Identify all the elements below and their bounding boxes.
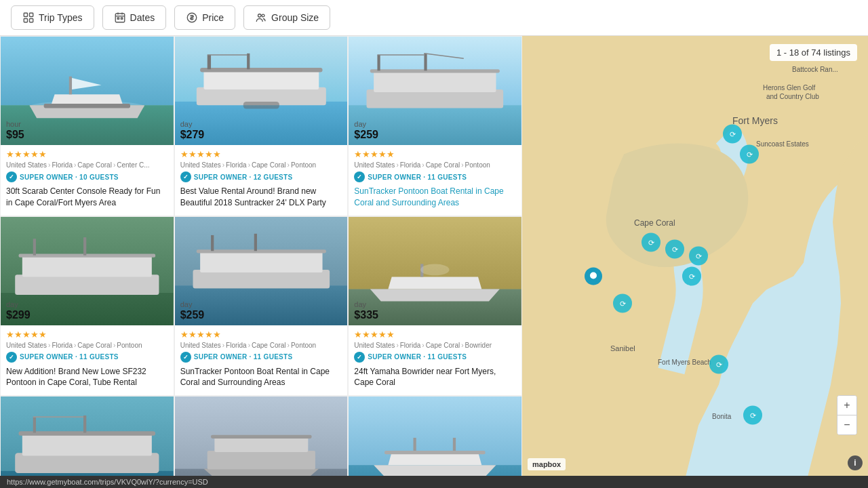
listing-card-9[interactable]: hour $75 ★★★★★ United States›Florida›Cap…: [348, 396, 522, 476]
breadcrumb-5: United States›Florida›Cape Coral›Pontoon: [180, 342, 342, 349]
svg-rect-61: [15, 453, 159, 473]
owner-badge-6: ✓ SUPER OWNER · 11 GUESTS: [354, 352, 516, 363]
stars-4: ★★★★★: [6, 329, 168, 340]
toolbar: Trip Types Dates Price Group Size: [0, 0, 868, 36]
listing-card-4[interactable]: day $299 ★★★★★ United States›Florida›Cap…: [0, 216, 174, 396]
price-overlay-2: day $279: [175, 116, 210, 145]
price-overlay-3: day $259: [349, 116, 384, 145]
listing-card-7[interactable]: day $259 ★★★★★ United States›Florida›Cap…: [0, 396, 174, 476]
svg-text:Herons Glen Golf: Herons Glen Golf: [763, 84, 815, 92]
svg-text:Suncoast Estates: Suncoast Estates: [756, 140, 809, 148]
svg-text:⟳: ⟳: [620, 300, 626, 308]
status-bar: https://www.getmyboat.com/trips/VKVQ0wlY…: [0, 476, 868, 488]
price-button[interactable]: Price: [174, 5, 235, 30]
listing-title-1: 30ft Scarab Center Console Ready for Fun…: [6, 186, 168, 209]
svg-text:Fort Myers: Fort Myers: [732, 115, 778, 126]
listing-info-6: ★★★★★ United States›Florida›Cape Coral›B…: [349, 325, 521, 396]
svg-rect-2: [24, 19, 27, 22]
listing-card-8[interactable]: week $1,750 ★★★★★ United States›Florida›…: [174, 396, 349, 476]
zoom-in-button[interactable]: +: [837, 396, 856, 415]
svg-rect-1: [30, 13, 33, 16]
breadcrumb-4: United States›Florida›Cape Coral›Pontoon: [6, 342, 168, 349]
stars-3: ★★★★★: [354, 149, 516, 159]
trip-types-button[interactable]: Trip Types: [11, 5, 94, 30]
listing-info-1: ★★★★★ United States›Florida›Cape Coral›C…: [1, 145, 174, 216]
listing-card-5[interactable]: day $259 ★★★★★ United States›Florida›Cap…: [174, 216, 349, 396]
svg-rect-65: [83, 415, 86, 432]
dates-button[interactable]: Dates: [102, 5, 167, 30]
price-icon: [186, 12, 198, 24]
svg-marker-75: [374, 465, 496, 476]
group-size-label: Group Size: [271, 12, 319, 23]
svg-rect-79: [384, 451, 486, 454]
svg-text:⟳: ⟳: [648, 239, 654, 247]
svg-text:⟳: ⟳: [672, 245, 678, 253]
zoom-out-button[interactable]: −: [837, 415, 856, 434]
price-overlay-4: day $299: [1, 296, 36, 325]
period-3: day: [354, 120, 378, 128]
svg-text:⟳: ⟳: [696, 252, 702, 260]
main-content: hour $95 ★★★★★ United States›Florida›Cap…: [0, 36, 868, 476]
owner-text-4: SUPER OWNER · 11 GUESTS: [20, 353, 119, 361]
listing-info-4: ★★★★★ United States›Florida›Cape Coral›P…: [1, 325, 174, 396]
listing-card-2[interactable]: day $279 ★★★★★ United States›Florida›Cap…: [174, 36, 349, 216]
svg-text:Fort Myers Beach: Fort Myers Beach: [658, 359, 711, 366]
map-svg: Fort Myers Cape Coral Sanibel Fort Myers…: [522, 36, 868, 476]
svg-rect-29: [243, 102, 279, 109]
owner-icon-4: ✓: [6, 352, 17, 363]
owner-badge-5: ✓ SUPER OWNER · 11 GUESTS: [180, 352, 342, 363]
breadcrumb-1: United States›Florida›Cape Coral›Center …: [6, 161, 168, 169]
svg-rect-25: [200, 68, 322, 72]
svg-marker-55: [370, 289, 500, 301]
listing-title-2: Best Value Rental Around! Brand new Beau…: [180, 186, 342, 209]
svg-rect-63: [19, 432, 156, 436]
svg-rect-3: [30, 19, 33, 22]
svg-rect-45: [83, 237, 86, 256]
svg-text:⟳: ⟳: [747, 150, 753, 159]
owner-badge-3: ✓ SUPER OWNER · 11 GUESTS: [354, 171, 516, 182]
owner-text-5: SUPER OWNER · 11 GUESTS: [194, 353, 293, 361]
owner-icon-6: ✓: [354, 352, 365, 363]
map-info-button[interactable]: i: [848, 455, 863, 470]
svg-point-58: [420, 264, 449, 275]
owner-badge-2: ✓ SUPER OWNER · 12 GUESTS: [180, 171, 342, 182]
svg-rect-34: [370, 69, 500, 73]
group-size-button[interactable]: Group Size: [243, 5, 330, 30]
owner-icon-1: ✓: [6, 171, 17, 182]
svg-text:Cape Coral: Cape Coral: [634, 218, 675, 228]
price-3: $259: [354, 129, 378, 141]
listings-grid: hour $95 ★★★★★ United States›Florida›Cap…: [0, 36, 522, 476]
svg-rect-64: [33, 417, 36, 432]
svg-rect-33: [374, 70, 496, 92]
map-zoom-controls: + −: [837, 395, 857, 435]
svg-point-12: [262, 14, 264, 17]
svg-rect-35: [378, 55, 380, 70]
owner-text-6: SUPER OWNER · 11 GUESTS: [368, 353, 467, 361]
listing-card-1[interactable]: hour $95 ★★★★★ United States›Florida›Cap…: [0, 36, 174, 216]
listing-title-6: 24ft Yamaha Bowrider near Fort Myers, Ca…: [354, 366, 516, 389]
svg-rect-72: [211, 435, 312, 439]
price-overlay-6: day $335: [349, 296, 384, 325]
svg-rect-49: [200, 251, 322, 272]
listing-image-9: [349, 396, 521, 476]
listing-info-2: ★★★★★ United States›Florida›Cape Coral›P…: [175, 145, 348, 216]
map-counter: 1 - 18 of 74 listings: [770, 44, 857, 61]
stars-1: ★★★★★: [6, 149, 168, 159]
svg-rect-26: [207, 55, 210, 69]
map-panel[interactable]: Fort Myers Cape Coral Sanibel Fort Myers…: [522, 36, 868, 476]
trip-types-label: Trip Types: [39, 12, 83, 23]
listing-title-5: SunTracker Pontoon Boat Rental in Cape C…: [180, 366, 342, 389]
owner-badge-1: ✓ SUPER OWNER · 10 GUESTS: [6, 171, 168, 182]
dates-label: Dates: [130, 12, 155, 23]
owner-icon-5: ✓: [180, 352, 191, 363]
price-overlay-5: day $259: [175, 296, 210, 325]
breadcrumb-3: United States›Florida›Cape Coral›Pontoon: [354, 161, 516, 169]
period-6: day: [354, 300, 378, 308]
svg-text:Bonita: Bonita: [712, 413, 732, 420]
listing-card-6[interactable]: day $335 ★★★★★ United States›Florida›Cap…: [348, 216, 522, 396]
listing-image-7: [1, 396, 174, 476]
group-size-icon: [255, 12, 267, 24]
svg-marker-56: [389, 277, 482, 289]
listing-title-4: New Addition! Brand New Lowe SF232 Ponto…: [6, 366, 168, 389]
listing-card-3[interactable]: day $259 ★★★★★ United States›Florida›Cap…: [348, 36, 522, 216]
